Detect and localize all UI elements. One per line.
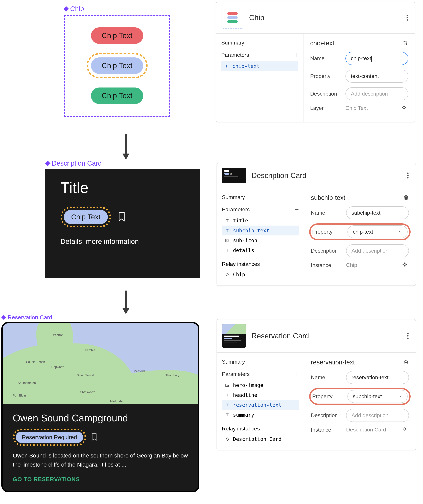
param-detail-title: chip-text [310, 40, 334, 47]
component-diamond-icon [2, 315, 6, 319]
param-sub-icon[interactable]: sub-icon [222, 235, 299, 245]
chevron-down-icon [399, 73, 403, 79]
description-label: Description [311, 248, 343, 254]
instance-label: Instance [311, 262, 343, 268]
param-details[interactable]: details [222, 245, 299, 255]
map-place: Thornbury [166, 374, 179, 377]
property-select[interactable]: subchip-text [347, 390, 408, 403]
panel-chip: Chip Summary Parameters + chip-text chip… [216, 2, 415, 122]
name-input[interactable]: subchip-text [346, 206, 409, 219]
chevron-down-icon [399, 229, 402, 235]
target-icon[interactable] [401, 105, 406, 111]
more-icon[interactable] [405, 13, 410, 22]
arrow-desc-to-res [121, 291, 131, 315]
delete-icon[interactable] [403, 195, 409, 201]
map-place: Chatsworth [80, 390, 95, 394]
description-input[interactable]: Add description [346, 244, 409, 257]
relay-label: Description Card [233, 436, 281, 442]
relay-description-card[interactable]: Description Card [222, 434, 299, 444]
param-hero-image[interactable]: hero-image [222, 380, 299, 390]
param-label: details [233, 247, 254, 253]
more-icon[interactable] [405, 171, 410, 180]
map-place: Port Elgin [13, 394, 26, 397]
param-label: sub-icon [233, 237, 257, 243]
description-input[interactable]: Add description [346, 87, 408, 100]
image-icon [225, 383, 230, 387]
target-icon[interactable] [402, 262, 407, 268]
param-title[interactable]: title [222, 216, 299, 226]
description-label: Description [310, 91, 342, 97]
delete-icon[interactable] [403, 359, 409, 366]
instance-value: Chip [346, 262, 409, 268]
add-parameter-icon[interactable]: + [295, 206, 299, 213]
name-input[interactable]: reservation-text [346, 371, 409, 384]
more-icon[interactable] [405, 331, 410, 341]
instance-diamond-icon [225, 437, 230, 441]
property-highlight: Property chip-text [309, 223, 411, 240]
map-place: Hepworth [51, 365, 64, 369]
property-label: Property [312, 229, 344, 235]
chip-component-label: Chip [64, 5, 84, 12]
panel-thumbnail [222, 324, 246, 348]
text-icon [225, 403, 230, 407]
delete-icon[interactable] [403, 40, 408, 47]
chip-variant-green: Chip Text [91, 88, 143, 104]
panel-thumbnail [221, 7, 243, 29]
relay-chip[interactable]: Chip [222, 270, 299, 279]
panel-title: Reservation Card [251, 332, 400, 340]
svg-marker-1 [123, 154, 129, 160]
text-icon [225, 218, 230, 223]
panel-right: chip-text Name chip-text Property text-c… [304, 34, 415, 122]
param-subchip-text[interactable]: subchip-text [222, 226, 299, 235]
svg-marker-3 [123, 308, 129, 314]
desc-chip: Chip Text [64, 210, 108, 224]
property-select[interactable]: chip-text [347, 225, 408, 238]
res-summary: Owen Sound is located on the southern sh… [13, 451, 188, 469]
param-headline[interactable]: headline [222, 390, 299, 400]
desc-chip-selection: Chip Text [60, 207, 111, 227]
chip-label-text: Chip [70, 5, 84, 12]
text-icon [224, 64, 229, 68]
property-select[interactable]: text-content [346, 70, 408, 83]
param-label: title [233, 218, 248, 223]
param-summary[interactable]: summary [222, 410, 299, 420]
panel-right: reservation-text Name reservation-text P… [304, 353, 416, 450]
bookmark-icon [91, 433, 97, 442]
reservation-card: Wiarton Kemble Sauble Beach Hepworth Owe… [1, 322, 199, 492]
panel-left: Summary Parameters+ hero-image headline … [217, 353, 304, 450]
res-action-link[interactable]: GO TO RESERVATIONS [13, 476, 188, 482]
target-icon[interactable] [402, 426, 407, 433]
panel-header: Reservation Card [217, 319, 416, 353]
panel-left: Summary Parameters+ title subchip-text s… [217, 188, 304, 286]
svg-point-4 [403, 106, 405, 108]
param-label: subchip-text [233, 228, 269, 234]
panel-header: Description Card [217, 163, 416, 188]
reservation-card-preview: Reservation Card Wiarton Kemble Sauble B… [1, 314, 199, 492]
res-headline: Owen Sound Campground [13, 412, 188, 424]
svg-point-6 [404, 264, 406, 266]
component-diamond-icon [64, 6, 68, 11]
desc-title: Title [60, 179, 185, 197]
summary-heading: Summary [222, 359, 299, 365]
panel-title: Description Card [251, 171, 400, 180]
bookmark-icon [118, 212, 125, 222]
instance-value: Description Card [346, 426, 409, 433]
relay-heading: Relay instances [222, 426, 299, 432]
add-parameter-icon[interactable]: + [294, 51, 298, 59]
text-icon [225, 248, 230, 252]
relay-label: Chip [233, 272, 245, 277]
desc-details: Details, more information [60, 237, 185, 246]
panel-thumbnail [222, 168, 246, 183]
add-parameter-icon[interactable]: + [295, 370, 299, 378]
param-detail-title: reservation-text [311, 359, 355, 366]
relay-heading: Relay instances [222, 261, 299, 267]
desc-chip-row: Chip Text [60, 207, 185, 227]
parameters-heading: Parameters [222, 371, 250, 377]
instance-label: Instance [311, 427, 343, 433]
description-input[interactable]: Add description [346, 409, 409, 422]
name-label: Name [311, 374, 343, 381]
param-chip-text[interactable]: chip-text [221, 61, 298, 71]
name-input[interactable]: chip-text [346, 52, 408, 65]
summary-heading: Summary [222, 194, 299, 200]
param-reservation-text[interactable]: reservation-text [222, 400, 299, 410]
